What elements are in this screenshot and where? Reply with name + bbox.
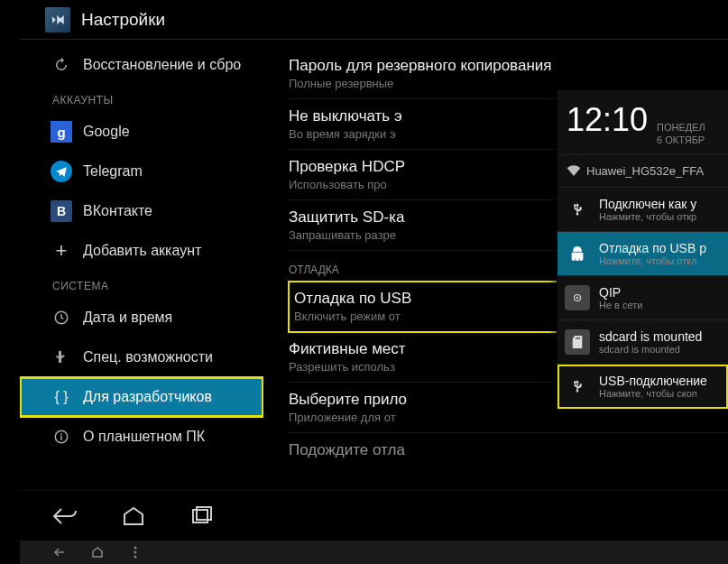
telegram-icon [51, 161, 72, 182]
nav-home-button[interactable] [115, 502, 152, 531]
notif-title: Подключен как у [599, 197, 721, 211]
notif-subtitle: sdcard is mounted [599, 344, 721, 355]
section-accounts: АККАУНТЫ [20, 85, 263, 112]
sidebar-item-datetime[interactable]: Дата и время [20, 298, 263, 337]
sidebar-item-about[interactable]: О планшетном ПК [20, 417, 263, 457]
wifi-name: Huawei_HG532e_FFA [586, 164, 704, 178]
info-icon [51, 426, 72, 448]
usb-icon [565, 197, 590, 222]
sidebar-item-google[interactable]: g Google [20, 112, 263, 152]
sidebar-item-vk[interactable]: B ВКонтакте [20, 191, 263, 231]
usb-icon [565, 374, 590, 399]
sidebar-item-restore[interactable]: Восстановление и сбро [20, 45, 263, 85]
notif-usb-connection[interactable]: USB-подключение Нажмите, чтобы скоп [558, 365, 728, 409]
notif-subtitle: Не в сети [599, 300, 721, 310]
braces-icon: { } [51, 386, 72, 408]
system-navbar [20, 490, 728, 541]
vk-icon: B [51, 200, 72, 222]
sidebar-label: Telegram [83, 163, 143, 180]
setting-title: Пароль для резервного копирования [289, 57, 728, 75]
toolbar-menu-icon[interactable] [126, 547, 144, 558]
svg-point-6 [134, 547, 137, 550]
sidebar-label: Добавить аккаунт [83, 243, 201, 259]
plus-icon: + [51, 240, 72, 262]
nav-back-button[interactable] [47, 502, 83, 531]
sidebar-item-add-account[interactable]: + Добавить аккаунт [20, 231, 263, 271]
notif-title: sdcard is mounted [599, 329, 721, 344]
clock-time: 12:10 [567, 101, 648, 139]
sidebar-item-developer[interactable]: { } Для разработчиков [20, 377, 263, 417]
bottom-toolbar [20, 541, 728, 564]
notif-header: 12:10 ПОНЕДЕЛ 6 ОКТЯБР [558, 90, 728, 155]
setting-wait-debug[interactable]: Подождите отла [289, 433, 728, 469]
qip-icon [565, 285, 590, 310]
sidebar-label: Спец. возможности [83, 349, 213, 365]
nav-recents-button[interactable] [184, 502, 220, 531]
notif-sdcard[interactable]: sdcard is mounted sdcard is mounted [558, 320, 728, 365]
restore-icon [51, 54, 72, 76]
sidebar-label: Дата и время [83, 310, 172, 326]
wifi-status[interactable]: Huawei_HG532e_FFA [558, 155, 728, 188]
sidebar-item-accessibility[interactable]: Спец. возможности [20, 337, 263, 377]
notif-usb-connected[interactable]: Подключен как у Нажмите, чтобы откр [558, 188, 728, 232]
notification-panel: 12:10 ПОНЕДЕЛ 6 ОКТЯБР Huawei_HG532e_FFA… [557, 90, 728, 409]
sidebar-label: ВКонтакте [83, 203, 152, 219]
toolbar-home-icon[interactable] [88, 547, 106, 558]
sdcard-icon [565, 329, 590, 355]
clock-icon [51, 307, 72, 328]
settings-sidebar: Восстановление и сбро АККАУНТЫ g Google … [20, 40, 263, 490]
sidebar-label: Восстановление и сбро [83, 57, 241, 73]
settings-app-icon [45, 7, 70, 32]
google-icon: g [51, 121, 72, 143]
notif-title: QIP [599, 285, 721, 300]
app-header: Настройки [20, 0, 728, 40]
clock-date: ПОНЕДЕЛ 6 ОКТЯБР [657, 121, 705, 147]
toolbar-back-icon[interactable] [51, 547, 69, 558]
notif-qip[interactable]: QIP Не в сети [558, 276, 728, 320]
svg-point-3 [576, 296, 578, 298]
setting-subtitle: Приложение для от [289, 411, 728, 424]
section-system: СИСТЕМА [20, 271, 263, 298]
svg-point-7 [134, 551, 137, 554]
notif-title: USB-подключение [599, 374, 721, 388]
notif-usb-debug[interactable]: Отладка по USB р Нажмите, чтобы откл [558, 232, 728, 276]
wifi-icon [567, 165, 581, 176]
sidebar-label: Google [83, 124, 130, 140]
setting-title: Подождите отла [289, 441, 728, 459]
notif-title: Отладка по USB р [599, 241, 721, 255]
app-title: Настройки [81, 10, 165, 30]
sidebar-label: Для разработчиков [83, 389, 212, 405]
setting-subtitle: Полные резервные [289, 77, 728, 90]
svg-point-8 [134, 556, 137, 559]
notif-subtitle: Нажмите, чтобы скоп [599, 388, 721, 399]
notif-subtitle: Нажмите, чтобы откл [599, 255, 721, 266]
hand-icon [51, 347, 72, 368]
notif-subtitle: Нажмите, чтобы откр [599, 211, 721, 222]
sidebar-item-telegram[interactable]: Telegram [20, 152, 263, 191]
android-icon [565, 241, 590, 266]
sidebar-label: О планшетном ПК [83, 429, 205, 445]
